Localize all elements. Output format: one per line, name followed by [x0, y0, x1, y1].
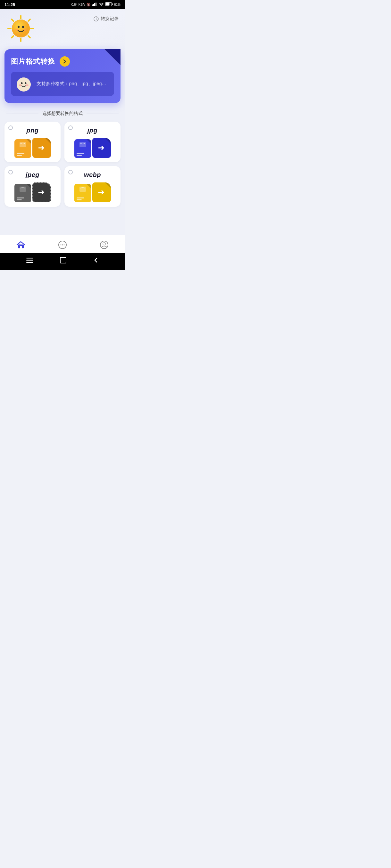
svg-rect-42: [26, 260, 33, 261]
status-time: 11:25: [4, 2, 15, 7]
svg-rect-0: [92, 4, 93, 6]
svg-point-38: [64, 245, 65, 246]
svg-point-18: [22, 26, 24, 28]
mute-icon: 🔇: [86, 3, 90, 6]
svg-point-25: [25, 82, 27, 84]
android-home-button[interactable]: [55, 256, 72, 266]
nav-profile-button[interactable]: [93, 239, 115, 251]
svg-rect-3: [95, 3, 96, 6]
format-card-jpeg[interactable]: jpeg: [4, 166, 61, 207]
card-radio-jpg: [68, 125, 73, 130]
file-right-webp: [92, 182, 111, 202]
section-divider-left: [6, 114, 38, 114]
main-content: 转换记录 图片格式转换: [0, 9, 125, 270]
svg-rect-34: [19, 244, 21, 246]
bottom-nav: [0, 235, 125, 253]
svg-rect-6: [106, 3, 109, 6]
format-label-jpg: jpg: [87, 127, 98, 134]
banner-corner: [105, 49, 120, 65]
format-label-jpeg: jpeg: [26, 171, 39, 179]
file-left-jpeg: [15, 184, 31, 202]
svg-line-11: [11, 19, 13, 21]
svg-line-13: [28, 19, 30, 21]
svg-point-24: [21, 82, 23, 84]
nav-more-button[interactable]: [52, 239, 74, 251]
header-area: 转换记录: [0, 9, 125, 46]
file-right-png: [32, 138, 51, 158]
svg-point-26: [19, 85, 22, 86]
status-icons: 0.64 KB/s 🔇 61%: [72, 2, 120, 7]
svg-rect-33: [20, 246, 22, 248]
wifi-icon: [99, 2, 104, 7]
svg-rect-1: [93, 4, 94, 6]
file-left-png: [15, 139, 31, 158]
svg-rect-44: [60, 257, 66, 263]
card-radio-png: [8, 125, 13, 130]
format-card-jpg[interactable]: jpg: [64, 122, 120, 162]
file-icon-pair-webp: [74, 182, 111, 202]
svg-point-23: [17, 78, 30, 90]
data-speed: 0.64 KB/s: [72, 3, 85, 6]
file-right-jpg: [92, 138, 111, 158]
section-title: 选择想要转换的格式: [42, 111, 83, 117]
svg-rect-2: [94, 3, 95, 6]
svg-point-19: [15, 29, 18, 31]
record-label: 转换记录: [101, 16, 119, 22]
file-icon-pair-jpg: [74, 138, 111, 158]
card-radio-jpeg: [8, 170, 13, 175]
file-left-webp: [74, 184, 91, 202]
svg-line-12: [28, 36, 30, 38]
svg-point-20: [23, 29, 27, 31]
svg-line-14: [11, 36, 13, 38]
android-back-button[interactable]: [88, 256, 104, 266]
svg-point-17: [18, 26, 20, 28]
android-nav: [0, 253, 125, 270]
section-divider-right: [86, 114, 119, 114]
card-radio-webp: [68, 170, 73, 175]
hero-banner: 图片格式转换 支持多种格式：png、jpg、jpeg...: [4, 49, 120, 103]
battery-icon: [105, 2, 113, 7]
file-left-jpg: [74, 139, 91, 158]
nav-home-button[interactable]: [10, 239, 32, 251]
file-icon-pair-jpeg: [15, 182, 51, 202]
signal-icon: [92, 2, 97, 7]
svg-rect-43: [26, 262, 33, 263]
sun-mascot: [6, 14, 35, 43]
svg-rect-5: [112, 3, 113, 5]
format-card-webp[interactable]: webp: [64, 166, 120, 207]
banner-title: 图片格式转换: [11, 57, 55, 66]
file-right-jpeg: [32, 182, 51, 202]
svg-rect-41: [26, 258, 33, 258]
status-bar: 11:25 0.64 KB/s 🔇 61%: [0, 0, 125, 9]
format-card-png[interactable]: png: [4, 122, 61, 162]
section-title-row: 选择想要转换的格式: [0, 111, 125, 117]
svg-point-37: [62, 245, 63, 246]
svg-point-36: [61, 245, 61, 246]
banner-subtitle-box: 支持多种格式：png、jpg、jpeg...: [11, 72, 114, 96]
svg-point-27: [26, 85, 29, 86]
svg-point-40: [103, 243, 106, 245]
banner-subtitle-text: 支持多种格式：png、jpg、jpeg...: [36, 81, 106, 87]
banner-title-row: 图片格式转换: [11, 56, 114, 67]
format-label-png: png: [26, 127, 38, 134]
svg-point-16: [12, 20, 30, 37]
file-icon-pair-png: [15, 138, 51, 158]
battery-pct: 61%: [114, 3, 120, 6]
android-menu-button[interactable]: [21, 256, 38, 266]
banner-arrow-button[interactable]: [60, 56, 70, 67]
format-grid: png: [0, 122, 125, 207]
record-button[interactable]: 转换记录: [93, 14, 119, 22]
format-label-webp: webp: [84, 171, 101, 179]
